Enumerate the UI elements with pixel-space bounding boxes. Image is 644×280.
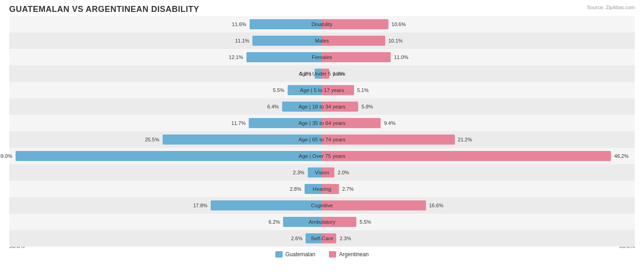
val-left-9: 2.3%: [293, 170, 306, 175]
bar-blue-1: 11.1%: [252, 36, 322, 46]
val-left-13: 2.6%: [291, 236, 304, 241]
left-side-3: 1.2%: [9, 65, 322, 82]
val-right-7: 21.2%: [457, 137, 472, 142]
left-side-9: 2.3%: [9, 164, 322, 181]
bars-wrapper-2: 12.1% Females 11.0%: [9, 49, 635, 65]
val-right-5: 5.8%: [360, 104, 373, 109]
bar-blue-11: 17.8%: [211, 200, 322, 210]
legend-blue-box: [275, 251, 283, 258]
bar-row: 17.8% Cognitive 16.6%: [9, 197, 635, 214]
bars-wrapper-1: 11.1% Males 10.1%: [9, 32, 635, 49]
left-side-0: 11.6%: [9, 16, 322, 32]
right-side-10: 2.7%: [322, 181, 635, 197]
legend-item-blue: Guatemalan: [275, 251, 315, 258]
legend: Guatemalan Argentinean: [9, 251, 635, 258]
center-label-0: Disability: [311, 22, 333, 27]
bar-row: 49.0% Age | Over 75 years 46.2%: [9, 148, 635, 164]
val-left-7: 25.5%: [145, 137, 160, 142]
bars-wrapper-0: 11.6% Disability 10.6%: [9, 16, 635, 32]
bar-pink-1: 10.1%: [322, 36, 385, 46]
val-left-6: 11.7%: [231, 120, 247, 126]
center-label-9: Vision: [315, 170, 329, 175]
val-left-1: 11.1%: [235, 38, 251, 43]
left-side-11: 17.8%: [9, 197, 322, 214]
val-right-11: 16.6%: [428, 203, 443, 208]
bars-wrapper-8: 49.0% Age | Over 75 years 46.2%: [9, 148, 635, 164]
left-side-4: 5.5%: [9, 82, 322, 98]
left-side-5: 6.4%: [9, 98, 322, 115]
bars-wrapper-13: 2.6% Self-Care 2.3%: [9, 230, 635, 247]
bars-wrapper-3: 1.2% Age | Under 5 years 1.2%: [9, 65, 635, 82]
left-side-7: 25.5%: [9, 131, 322, 148]
bar-row: 2.8% Hearing 2.7%: [9, 181, 635, 197]
bar-row: 12.1% Females 11.0%: [9, 49, 635, 65]
right-side-0: 10.6%: [322, 16, 635, 32]
val-left-10: 2.8%: [290, 186, 303, 192]
bar-row: 11.1% Males 10.1%: [9, 32, 635, 49]
bars-wrapper-10: 2.8% Hearing 2.7%: [9, 181, 635, 197]
bar-row: 2.6% Self-Care 2.3%: [9, 230, 635, 247]
bar-row: 5.5% Age | 5 to 17 years 5.1%: [9, 82, 635, 98]
center-label-11: Cognitive: [311, 203, 333, 208]
legend-pink-box: [329, 251, 336, 258]
right-side-6: 9.4%: [322, 115, 635, 131]
bar-pink-8: 46.2%: [322, 151, 611, 161]
bar-row: 11.7% Age | 35 to 64 years 9.4%: [9, 115, 635, 131]
right-side-12: 5.5%: [322, 214, 635, 230]
right-side-11: 16.6%: [322, 197, 635, 214]
bar-pink-2: 11.0%: [322, 52, 391, 62]
left-side-10: 2.8%: [9, 181, 322, 197]
bar-blue-2: 12.1%: [246, 52, 322, 62]
bars-wrapper-9: 2.3% Vision 2.0%: [9, 164, 635, 181]
legend-blue-label: Guatemalan: [285, 251, 315, 258]
val-left-11: 17.8%: [193, 203, 209, 208]
right-side-3: 1.2%: [322, 65, 635, 82]
bars-wrapper-6: 11.7% Age | 35 to 64 years 9.4%: [9, 115, 635, 131]
bars-wrapper-4: 5.5% Age | 5 to 17 years 5.1%: [9, 82, 635, 98]
legend-pink-label: Argentinean: [339, 251, 369, 258]
val-right-8: 46.2%: [613, 153, 628, 159]
chart-area: 11.6% Disability 10.6% 11.1% Males: [9, 16, 635, 241]
left-side-6: 11.7%: [9, 115, 322, 131]
bar-row: 1.2% Age | Under 5 years 1.2%: [9, 65, 635, 82]
source-text: Source: ZipAtlas.com: [587, 5, 635, 10]
val-left-5: 6.4%: [267, 104, 280, 109]
center-label-3: Age | Under 5 years: [299, 71, 345, 76]
val-right-12: 5.5%: [358, 219, 371, 225]
bar-row: 2.3% Vision 2.0%: [9, 164, 635, 181]
center-label-5: Age | 18 to 34 years: [299, 104, 346, 109]
right-side-5: 5.8%: [322, 98, 635, 115]
val-right-6: 9.4%: [382, 120, 395, 126]
left-side-1: 11.1%: [9, 32, 322, 49]
center-label-8: Age | Over 75 years: [299, 153, 345, 159]
val-right-0: 10.6%: [390, 22, 406, 27]
right-side-4: 5.1%: [322, 82, 635, 98]
val-right-2: 11.0%: [393, 54, 408, 60]
center-label-4: Age | 5 to 17 years: [300, 87, 344, 93]
bar-pink-11: 16.6%: [322, 200, 426, 210]
bar-row: 25.5% Age | 65 to 74 years 21.2%: [9, 131, 635, 148]
bars-wrapper-5: 6.4% Age | 18 to 34 years 5.8%: [9, 98, 635, 115]
val-right-13: 2.3%: [338, 236, 351, 241]
left-side-2: 12.1%: [9, 49, 322, 65]
center-label-2: Females: [312, 54, 332, 60]
left-side-12: 6.2%: [9, 214, 322, 230]
bar-row: 6.4% Age | 18 to 34 years 5.8%: [9, 98, 635, 115]
right-side-8: 46.2%: [322, 148, 635, 164]
left-side-13: 2.6%: [9, 230, 322, 247]
right-side-2: 11.0%: [322, 49, 635, 65]
bar-row: 6.2% Ambulatory 5.5%: [9, 214, 635, 230]
right-side-1: 10.1%: [322, 32, 635, 49]
val-right-1: 10.1%: [387, 38, 403, 43]
right-side-7: 21.2%: [322, 131, 635, 148]
center-label-13: Self-Care: [311, 236, 333, 241]
bars-wrapper-7: 25.5% Age | 65 to 74 years 21.2%: [9, 131, 635, 148]
center-label-6: Age | 35 to 64 years: [299, 120, 346, 126]
val-left-2: 12.1%: [229, 54, 245, 60]
val-right-10: 2.7%: [341, 186, 354, 192]
center-label-1: Males: [315, 38, 329, 43]
bars-wrapper-12: 6.2% Ambulatory 5.5%: [9, 214, 635, 230]
val-right-9: 2.0%: [336, 170, 349, 175]
left-side-8: 49.0%: [9, 148, 322, 164]
right-side-13: 2.3%: [322, 230, 635, 247]
